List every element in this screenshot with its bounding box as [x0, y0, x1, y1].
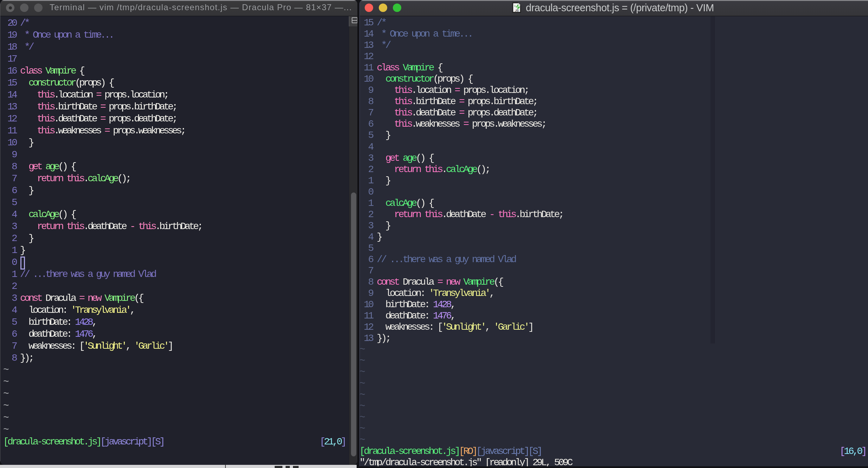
- svg-text:JS: JS: [515, 9, 519, 12]
